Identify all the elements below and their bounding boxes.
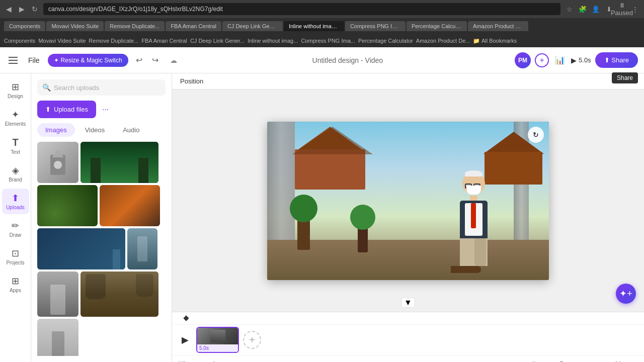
sidebar-item-draw[interactable]: ✏ Draw [2,216,29,242]
sidebar-item-apps[interactable]: ⊞ Apps [2,272,29,297]
browser-chrome: ◀ ▶ ↻ canva.com/design/DAGE_IXzJrQ/o1j18… [0,0,644,47]
media-thumb-7[interactable] [37,272,78,317]
audio-btn[interactable]: 🔊 [527,358,539,362]
svg-marker-1 [52,150,64,157]
save-button[interactable]: ☁ [167,53,181,67]
bookmark-movavi[interactable]: Movavi Video Suite [38,38,86,44]
media-thumb-8[interactable] [80,272,158,317]
plus-icon: + [249,334,255,346]
sidebar-item-projects[interactable]: ⊡ Projects [2,244,29,269]
collapse-button[interactable]: ▼ [401,298,415,308]
sidebar-item-elements[interactable]: ✦ Elements [2,105,29,131]
tab-videos[interactable]: Videos [77,123,113,137]
play-duration: 5.0s [579,56,591,64]
uploads-icon: ⬆ [12,193,19,204]
sidebar-label-apps: Apps [10,288,21,293]
tab-compress[interactable]: Compress PNG Ima... [345,21,406,31]
grid-view-button[interactable]: ⊞ [598,358,610,362]
bookmark-components[interactable]: Components [4,38,35,44]
elements-icon: ✦ [12,109,19,120]
tab-movavi[interactable]: Movavi Video Suite [46,21,104,31]
tab-amazon[interactable]: Amazon Product De... [468,21,528,31]
tab-percent[interactable]: Percentage Calculat... [407,21,467,31]
sidebar-item-brand[interactable]: ◈ Brand [2,161,29,187]
browser-tabs: Components Movavi Video Suite Remove Dup… [0,18,644,34]
zoom-controls: ⊡ 🔊 35% ⊞ ⛶ ? [513,358,638,362]
url-bar[interactable]: canva.com/design/DAGE_IXzJrQ/o1j18y_sQHs… [43,3,560,15]
tab-remove[interactable]: Remove Duplicate... [105,21,165,31]
add-collaborator-button[interactable]: + [535,53,549,67]
share-label: Share [611,56,629,64]
topbar-right: PM + 📊 ▶ 5.0s ⬆ Share Share [515,52,638,68]
topbar-center: Untitled design - Video [187,56,509,64]
share-button[interactable]: ⬆ Share Share [595,52,638,68]
tab-components[interactable]: Components [4,21,45,31]
profile-btn[interactable]: 👤 [591,4,601,14]
undo-button[interactable]: ↩ [132,53,146,67]
sidebar-label-design: Design [8,94,23,99]
media-thumb-4[interactable] [100,185,160,226]
share-upload-icon: ⬆ [604,56,612,64]
bookmark-percent[interactable]: Percentage Calculator [358,38,413,44]
ai-magic-button[interactable]: ✦+ [616,284,636,304]
tab-active[interactable]: Inline without imag... [284,21,344,31]
media-thumb-2[interactable] [80,142,158,183]
forward-btn[interactable]: ▶ [17,5,26,14]
bookmark-all[interactable]: 📁 All Bookmarks [473,38,517,44]
sidebar-label-uploads: Uploads [6,205,25,210]
magic-label: Resize & Magic Switch [61,57,122,64]
tab-fba[interactable]: FBA Aman Central [166,21,221,31]
canvas-workspace[interactable]: ↻ ▼ ✦+ [172,89,644,312]
apps-icon: ⊞ [12,276,19,287]
timeline-play-button[interactable]: ▶ [178,333,192,347]
media-thumb-6[interactable] [127,228,157,269]
history-controls: ↩ ↪ [132,53,163,67]
tab-images[interactable]: Images [37,123,75,137]
avatar[interactable]: PM [515,52,531,68]
file-button[interactable]: File [24,54,44,66]
redo-button[interactable]: ↪ [148,53,163,67]
upload-more-options[interactable]: ··· [100,105,111,114]
app: File ✦ Resize & Magic Switch ↩ ↪ ☁ Untit… [0,47,644,362]
sidebar-item-uploads[interactable]: ⬆ Uploads [2,189,29,214]
media-thumb-1[interactable] [37,142,78,183]
add-clip-button[interactable]: + [243,331,261,349]
tab-cj[interactable]: CJ Deep Link Gener... [222,21,283,31]
search-input[interactable] [54,84,160,92]
bookmark-cj[interactable]: CJ Deep Link Gener... [190,38,245,44]
paused-btn[interactable]: ⏸ Paused [617,4,627,14]
menu-button[interactable] [6,53,20,67]
sidebar-item-design[interactable]: ⊞ Design [2,77,29,103]
timeline-clip-1[interactable]: 5.0s [196,327,239,353]
sidebar-item-text[interactable]: T Text [2,133,29,159]
bookmark-amazon[interactable]: Amazon Product De... [416,38,470,44]
refresh-icon: ↻ [533,131,539,139]
media-thumb-9[interactable] [37,319,78,356]
analytics-button[interactable]: 📊 [553,53,567,67]
media-thumb-3[interactable] [37,185,98,226]
help-button[interactable]: ? [626,358,638,362]
menu-line-1 [9,57,18,58]
design-title: Untitled design - Video [312,56,383,64]
play-preview-button[interactable]: ▶ 5.0s [571,56,591,64]
upload-files-button[interactable]: ⬆ Upload files [37,101,96,118]
more-btn[interactable]: ⋮ [630,4,640,14]
back-btn[interactable]: ◀ [4,5,13,14]
fit-view-button[interactable]: ⊡ [513,358,525,362]
reload-btn[interactable]: ↻ [30,5,39,14]
fullscreen-button[interactable]: ⛶ [612,358,624,362]
media-tabs: Images Videos Audio [37,123,166,137]
bookmark-star[interactable]: ☆ [565,4,575,14]
sidebar-label-text: Text [11,149,20,155]
bookmark-inline[interactable]: Inline without imag... [248,38,298,44]
tab-audio[interactable]: Audio [115,123,147,137]
upload-row: ⬆ Upload files ··· [37,101,166,118]
extensions-btn[interactable]: 🧩 [578,4,588,14]
magic-switch-button[interactable]: ✦ Resize & Magic Switch [48,54,128,67]
bookmark-compress[interactable]: Compress PNG Ima... [301,38,355,44]
media-thumb-5[interactable] [37,228,125,269]
bookmark-remove[interactable]: Remove Duplicate... [89,38,138,44]
draw-icon: ✏ [12,220,19,231]
refresh-button[interactable]: ↻ [528,127,544,143]
bookmark-fba[interactable]: FBA Aman Central [141,38,187,44]
